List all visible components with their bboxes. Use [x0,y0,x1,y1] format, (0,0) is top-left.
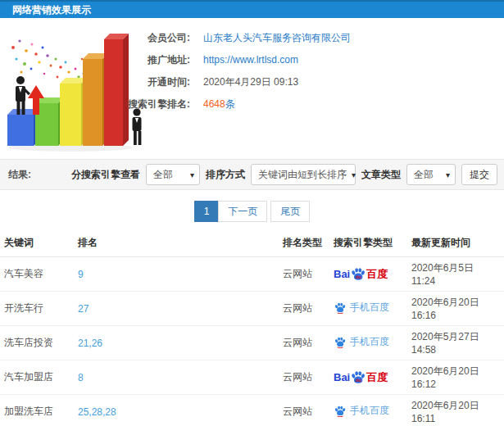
engine-cell: Bai du 百度 [329,326,407,360]
engine-cell: Bai du 百度 [329,257,407,292]
mobile-baidu-paw-icon [334,406,346,417]
baidu-paw-icon: du [351,370,366,384]
mobile-baidu-logo: 手机百度 [334,301,389,315]
results-table: 关键词 排名 排名类型 搜索引擎类型 最新更新时间 汽车美容 9 云网站 Bai [0,229,504,426]
promo-url-label: 推广地址: [97,53,190,67]
mobile-baidu-logo: 手机百度 [334,404,389,418]
svg-text:du: du [356,378,361,383]
rank-type-cell: 云网站 [279,360,329,395]
mobile-baidu-paw-icon [334,302,346,314]
company-info-list: 会员公司: 山东老人头汽车服务咨询有限公司 推广地址: https://www.… [97,31,351,120]
keyword-cell: 加盟洗车店 [0,395,74,426]
engine-filter-label: 分搜索引擎查看 [71,168,140,182]
table-header-row: 关键词 排名 排名类型 搜索引擎类型 最新更新时间 [0,229,504,257]
header-rank-type: 排名类型 [279,229,329,257]
filter-bar: 结果: 分搜索引擎查看 全部 排序方式 关键词由短到长排序 文章类型 全部 提交 [0,159,504,190]
header-engine-type: 搜索引擎类型 [329,229,407,257]
rank-cell[interactable]: 27 [74,292,279,326]
baidu-logo: Bai du 百度 [334,267,388,282]
sort-label: 排序方式 [206,168,245,182]
rank-cell[interactable]: 21,26 [74,326,279,360]
rank-type-cell: 云网站 [279,395,329,426]
info-row-rank-count: 搜索引擎排名: 4648条 [97,97,351,111]
page-title: 网络营销效果展示 [12,4,91,16]
article-type-value: 全部 [414,168,434,182]
keyword-cell: 汽车美容 [0,257,74,292]
table-row: 洗车店投资 21,26 云网站 Bai du 百度 [0,326,504,360]
rank-cell[interactable]: 9 [74,257,279,292]
company-info-section: 会员公司: 山东老人头汽车服务咨询有限公司 推广地址: https://www.… [0,18,504,159]
table-row: 汽车加盟店 8 云网站 Bai du 百度 [0,360,504,395]
engine-filter-select[interactable]: 全部 [146,164,200,185]
mobile-baidu-paw-icon [334,337,346,348]
engine-filter-value: 全部 [153,168,173,182]
header-rank: 排名 [74,229,279,257]
rank-type-cell: 云网站 [279,326,329,360]
page-header: 网络营销效果展示 [0,0,504,18]
updated-cell: 2020年6月20日 16:11 [407,395,504,426]
company-name-link[interactable]: 山东老人头汽车服务咨询有限公司 [203,31,351,45]
keyword-cell: 开洗车行 [0,292,74,326]
keyword-cell: 洗车店投资 [0,326,74,360]
info-row-open-time: 开通时间: 2020年4月29日 09:13 [97,75,351,89]
rank-cell[interactable]: 25,28,28 [74,395,279,426]
rank-count-value: 4648条 [203,97,235,111]
next-page-button[interactable]: 下一页 [218,201,267,222]
engine-cell: Bai du 百度 [329,395,407,426]
promo-url-link[interactable]: https://www.lrtlsd.com [203,53,298,67]
rank-count-unit: 条 [225,98,235,110]
open-time-value: 2020年4月29日 09:13 [203,75,298,89]
updated-cell: 2020年6月20日 16:16 [407,292,504,326]
page-1-button[interactable]: 1 [194,201,220,222]
updated-cell: 2020年6月5日 11:24 [407,257,504,292]
submit-button[interactable]: 提交 [461,164,497,185]
table-row: 加盟洗车店 25,28,28 云网站 Bai du 百度 [0,395,504,426]
baidu-logo: Bai du 百度 [334,370,388,385]
table-row: 开洗车行 27 云网站 Bai du 百度 [0,292,504,326]
article-type-label: 文章类型 [361,168,401,182]
engine-cell: Bai du 百度 [329,360,407,395]
info-row-url: 推广地址: https://www.lrtlsd.com [97,53,351,67]
filter-controls: 分搜索引擎查看 全部 排序方式 关键词由短到长排序 文章类型 全部 提交 [71,164,497,185]
result-label: 结果: [8,168,31,182]
table-row: 汽车美容 9 云网站 Bai du 百度 [0,257,504,292]
header-keyword: 关键词 [0,229,74,257]
chevron-down-icon [347,169,356,180]
rank-cell[interactable]: 8 [74,360,279,395]
rank-type-cell: 云网站 [279,292,329,326]
bar-green [35,97,64,146]
engine-cell: Bai du 百度 [329,292,407,326]
sort-select[interactable]: 关键词由短到长排序 [251,164,356,185]
svg-text:du: du [356,274,361,279]
header-updated: 最新更新时间 [407,229,504,257]
article-type-select[interactable]: 全部 [406,164,456,185]
rank-type-cell: 云网站 [279,257,329,292]
mobile-baidu-logo: 手机百度 [334,335,389,349]
pagination: 1 下一页 尾页 [0,201,504,222]
rank-count-number: 4648 [203,98,225,110]
sort-value: 关键词由短到长排序 [258,168,347,182]
last-page-button[interactable]: 尾页 [270,201,310,222]
businessman-left [16,76,30,115]
chevron-down-icon [185,169,194,180]
baidu-paw-icon: du [351,267,366,281]
info-row-company: 会员公司: 山东老人头汽车服务咨询有限公司 [97,31,351,45]
updated-cell: 2020年5月27日 14:58 [407,326,504,360]
keyword-cell: 汽车加盟店 [0,360,74,395]
open-time-label: 开通时间: [97,75,190,89]
chevron-down-icon [441,169,450,180]
rank-count-label: 搜索引擎排名: [97,97,190,111]
company-label: 会员公司: [97,31,190,45]
updated-cell: 2020年6月20日 16:12 [407,360,504,395]
